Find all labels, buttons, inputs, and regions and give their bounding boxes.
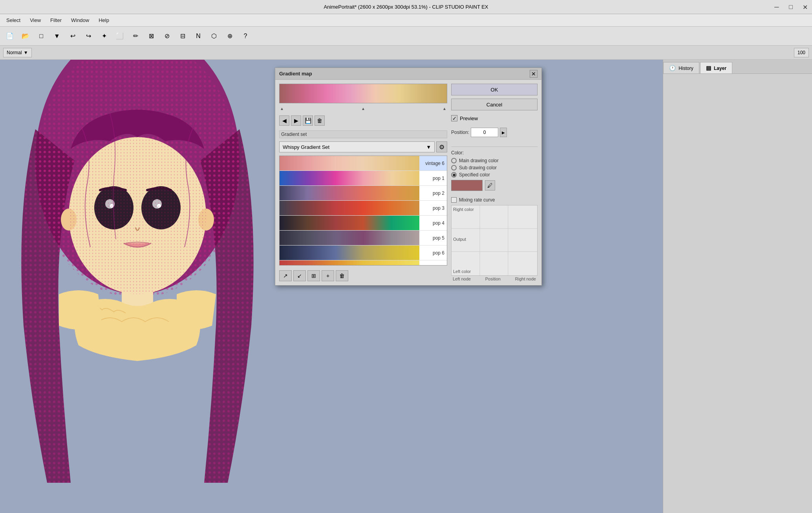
zoom-button[interactable]: ⊕ xyxy=(222,29,237,44)
selection-button[interactable]: ⬜ xyxy=(112,29,127,44)
curve-bottom-labels: Left node Position Right node xyxy=(451,277,538,281)
gradient-swatch xyxy=(280,231,419,245)
gradient-list-item[interactable]: vintage 6 xyxy=(280,156,447,171)
dropdown-button[interactable]: ▼ xyxy=(49,29,64,44)
close-button[interactable]: ✕ xyxy=(798,0,812,14)
ok-button[interactable]: OK xyxy=(451,84,538,95)
left-node-label: Left node xyxy=(453,277,471,281)
gradient-set-dropdown[interactable]: Whispy Gradient Set ▼ xyxy=(279,141,435,152)
gradient-item-name: pop 1 xyxy=(419,176,447,181)
menu-help[interactable]: Help xyxy=(94,16,114,25)
export-button[interactable]: ↗ xyxy=(279,270,292,281)
nav-prev-button[interactable]: ◀ xyxy=(279,115,289,126)
position-node-label: Position xyxy=(485,277,501,281)
transform-button[interactable]: ✦ xyxy=(97,29,112,44)
gradient-list-item[interactable]: pop 3 xyxy=(280,201,447,216)
delete-gradient-button[interactable]: 🗑 xyxy=(315,115,325,126)
maximize-button[interactable]: □ xyxy=(784,0,798,14)
tab-layer[interactable]: ▤ Layer xyxy=(700,62,732,73)
undo-button[interactable]: ↩ xyxy=(65,29,80,44)
text-button[interactable]: N xyxy=(191,29,206,44)
color-swatch[interactable] xyxy=(451,180,483,191)
dialog-titlebar: Gradient map ✕ xyxy=(275,68,541,80)
open-file-button[interactable]: 📂 xyxy=(18,29,33,44)
blend-mode-selector[interactable]: Normal ▼ xyxy=(3,48,32,57)
gradient-list-item[interactable]: pop 7 xyxy=(280,260,447,266)
gradient-item-name: pop 7 xyxy=(419,265,447,266)
position-label: Position: xyxy=(451,130,469,135)
position-row: Position: ▶ xyxy=(451,128,538,137)
gradient-arrows: ▲ ▲ ▲ xyxy=(279,106,447,111)
mixing-rate-checkbox[interactable] xyxy=(451,197,457,203)
redo-button[interactable]: ↪ xyxy=(81,29,96,44)
draw-button[interactable]: ✏ xyxy=(128,29,143,44)
preview-checkbox[interactable]: ✓ xyxy=(451,115,457,121)
new-file-button[interactable]: 📄 xyxy=(2,29,17,44)
layer-tab-label: Layer xyxy=(714,66,726,71)
gradient-item-name: pop 3 xyxy=(419,205,447,211)
opacity-control[interactable]: 100 xyxy=(794,48,809,57)
gradient-list-item[interactable]: pop 1 xyxy=(280,171,447,186)
gradient-map-dialog: Gradient map ✕ ▲ ▲ ▲ ◀ ▶ 💾 xyxy=(275,68,542,286)
arrow-mid: ▲ xyxy=(361,106,365,111)
gradient-list-item[interactable]: pop 6 xyxy=(280,246,447,260)
gradient-list-item[interactable]: pop 5 xyxy=(280,231,447,246)
tab-history[interactable]: 🕐 History xyxy=(663,62,699,73)
gradient-preview-bar[interactable] xyxy=(279,84,447,103)
sub-drawing-color-radio[interactable] xyxy=(451,165,457,170)
dialog-body: ▲ ▲ ▲ ◀ ▶ 💾 🗑 Gradient set Whispy Gradie… xyxy=(275,80,541,285)
curve-area[interactable]: Right color Output Left color xyxy=(451,205,538,276)
shape-button[interactable]: ⬡ xyxy=(207,29,221,44)
canvas-button[interactable]: □ xyxy=(34,29,49,44)
gradient-item-name: pop 2 xyxy=(419,191,447,196)
cancel-button[interactable]: Cancel xyxy=(451,99,538,110)
main-drawing-color-radio[interactable] xyxy=(451,158,457,163)
portrait-image xyxy=(0,60,275,513)
gradient-list-item[interactable]: pop 4 xyxy=(280,216,447,231)
position-input[interactable] xyxy=(471,128,498,137)
add-gradient-button[interactable]: + xyxy=(322,270,334,281)
curve-grid xyxy=(452,205,537,275)
specified-color-swatch-row: 🖊 xyxy=(451,180,538,191)
menu-filter[interactable]: Filter xyxy=(46,16,66,25)
preview-label: Preview xyxy=(460,115,478,121)
specified-color-radio[interactable] xyxy=(451,172,457,178)
menubar: Select View Filter Window Help xyxy=(0,14,812,27)
gradient-settings-button[interactable]: ⚙ xyxy=(436,141,447,152)
position-increment-button[interactable]: ▶ xyxy=(500,128,507,137)
mixing-rate-section: Mixing rate curve Right color Output Lef… xyxy=(451,197,538,281)
menu-select[interactable]: Select xyxy=(2,16,25,25)
gradient-nav-buttons: ◀ ▶ 💾 🗑 xyxy=(279,115,447,126)
select2-button[interactable]: ⊠ xyxy=(144,29,159,44)
gradient-item-name: pop 6 xyxy=(419,250,447,256)
gradient-list[interactable]: vintage 6pop 1pop 2pop 3pop 4pop 5pop 6p… xyxy=(279,156,447,266)
gradient-set-value: Whispy Gradient Set xyxy=(283,144,329,150)
toolbar: 📄 📂 □ ▼ ↩ ↪ ✦ ⬜ ✏ ⊠ ⊘ ⊟ N ⬡ ⊕ ? xyxy=(0,27,812,46)
help-button[interactable]: ? xyxy=(238,29,253,44)
lasso-button[interactable]: ⊘ xyxy=(159,29,174,44)
remove-gradient-button[interactable]: 🗑 xyxy=(336,270,348,281)
nav-next-button[interactable]: ▶ xyxy=(291,115,301,126)
minimize-button[interactable]: ─ xyxy=(770,0,784,14)
gradient-swatch xyxy=(280,201,419,215)
menu-window[interactable]: Window xyxy=(66,16,94,25)
dialog-close-button[interactable]: ✕ xyxy=(530,70,538,78)
eyedropper-button[interactable]: 🖊 xyxy=(485,180,495,191)
save-gradient-button[interactable]: 💾 xyxy=(303,115,313,126)
gradient-set-label: Gradient set xyxy=(279,130,447,138)
dialog-right-panel: OK Cancel ✓ Preview Position: ▶ Color: xyxy=(451,84,538,281)
mixing-rate-label: Mixing rate curve xyxy=(459,197,495,203)
color-label: Color: xyxy=(451,150,464,156)
duplicate-button[interactable]: ⊞ xyxy=(307,270,320,281)
import-button[interactable]: ↙ xyxy=(293,270,306,281)
crop-button[interactable]: ⊟ xyxy=(175,29,190,44)
dialog-left-panel: ▲ ▲ ▲ ◀ ▶ 💾 🗑 Gradient set Whispy Gradie… xyxy=(279,84,447,281)
gradient-swatch xyxy=(280,246,419,260)
mixing-rate-row: Mixing rate curve xyxy=(451,197,538,203)
gradient-swatch xyxy=(280,216,419,230)
arrow-left: ▲ xyxy=(280,106,284,111)
menu-view[interactable]: View xyxy=(25,16,46,25)
gradient-list-item[interactable]: pop 2 xyxy=(280,186,447,201)
sub-drawing-color-label: Sub drawing color xyxy=(459,165,497,170)
gradient-swatch xyxy=(280,186,419,200)
